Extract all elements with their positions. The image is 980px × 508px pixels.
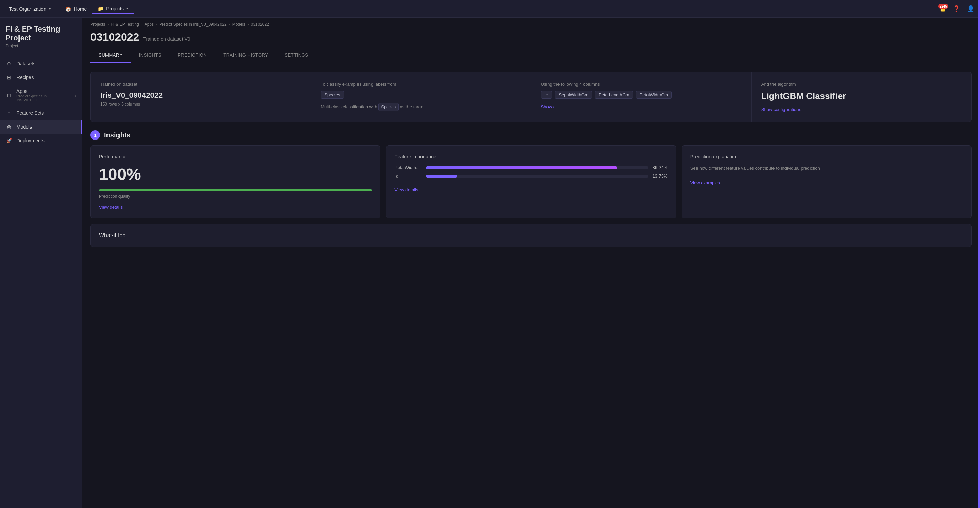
columns-label: Using the following 4 columns bbox=[541, 81, 742, 87]
sidebar: FI & EP Testing Project Project ⊙ Datase… bbox=[0, 18, 82, 508]
breadcrumb-projects[interactable]: Projects bbox=[91, 22, 105, 27]
col-tag-petalwidth: PetalWidthCm bbox=[636, 91, 672, 99]
sidebar-nav: ⊙ Datasets ⊞ Recipes ⊡ Apps Predict Spec… bbox=[0, 54, 82, 150]
tab-settings[interactable]: SETTINGS bbox=[276, 48, 317, 64]
tab-insights[interactable]: INSIGHTS bbox=[131, 48, 170, 64]
tab-prediction[interactable]: PREDICTION bbox=[170, 48, 215, 64]
performance-progress-fill bbox=[99, 189, 372, 191]
breadcrumb-sep-3: › bbox=[156, 22, 157, 27]
pred-exp-view-examples-link[interactable]: View examples bbox=[690, 180, 720, 185]
summary-card-trained-on: Trained on dataset Iris_V0_09042022 150 … bbox=[91, 72, 311, 122]
sidebar-item-models[interactable]: ◎ Models bbox=[0, 120, 82, 134]
sidebar-item-label: Deployments bbox=[16, 138, 45, 143]
summary-card-algorithm: And the algorithm LightGBM Classifier Sh… bbox=[752, 72, 971, 122]
insights-header: 1 Insights bbox=[91, 130, 972, 140]
performance-title: Performance bbox=[99, 154, 372, 160]
fi-bar-fill-id bbox=[426, 175, 457, 177]
home-icon: 🏠 bbox=[65, 6, 71, 12]
projects-nav-item[interactable]: 📁 Projects ▾ bbox=[92, 4, 134, 14]
tab-training-history[interactable]: TRAINING HISTORY bbox=[215, 48, 276, 64]
page-subtitle: Trained on dataset V0 bbox=[143, 36, 190, 42]
feature-tags: Id SepalWidthCm PetalLengthCm PetalWidth… bbox=[541, 91, 742, 99]
summary-card-classify: To classify examples using labels from S… bbox=[311, 72, 531, 122]
breadcrumb-current: 03102022 bbox=[251, 22, 269, 27]
recipes-icon: ⊞ bbox=[5, 75, 12, 80]
org-selector[interactable]: Test Organization ▾ bbox=[5, 4, 54, 14]
feature-importance-title: Feature importance bbox=[395, 154, 667, 160]
classify-description: Multi-class classification with Species … bbox=[320, 103, 521, 111]
apps-arrow-icon: › bbox=[75, 93, 76, 98]
breadcrumb-sep-4: › bbox=[229, 22, 230, 27]
trained-on-label: Trained on dataset bbox=[100, 81, 301, 87]
page-title: 03102022 bbox=[91, 31, 139, 43]
algorithm-value: LightGBM Classifier bbox=[761, 91, 962, 101]
tabs-bar: SUMMARY INSIGHTS PREDICTION TRAINING HIS… bbox=[82, 48, 980, 64]
fi-row-petalwidth: PetalWidth... 86.24% bbox=[395, 165, 667, 170]
sidebar-item-apps[interactable]: ⊡ Apps Predict Species in Iris_V0_090...… bbox=[0, 84, 82, 106]
sidebar-item-label: Models bbox=[16, 124, 32, 129]
user-button[interactable]: 👤 bbox=[967, 5, 975, 13]
sidebar-item-recipes[interactable]: ⊞ Recipes bbox=[0, 70, 82, 84]
breadcrumb-models[interactable]: Models bbox=[232, 22, 245, 27]
nav-right: 🔔 2245 ❓ 👤 bbox=[940, 5, 975, 13]
species-tag: Species bbox=[320, 91, 344, 99]
performance-progress-bar bbox=[99, 189, 372, 191]
sidebar-item-label: Datasets bbox=[16, 61, 35, 67]
show-configurations-link[interactable]: Show configurations bbox=[761, 107, 962, 112]
models-icon: ◎ bbox=[5, 124, 12, 129]
performance-value: 100% bbox=[99, 165, 372, 184]
notification-button[interactable]: 🔔 2245 bbox=[940, 6, 946, 12]
app-layout: FI & EP Testing Project Project ⊙ Datase… bbox=[0, 18, 980, 508]
show-all-columns-link[interactable]: Show all bbox=[541, 104, 742, 109]
fi-bar-container-id bbox=[426, 175, 648, 177]
sidebar-project-header: FI & EP Testing Project Project bbox=[0, 18, 82, 54]
feature-sets-icon: ≡ bbox=[5, 110, 12, 116]
sidebar-project-type: Project bbox=[5, 43, 76, 48]
breadcrumb-apps[interactable]: Apps bbox=[145, 22, 154, 27]
org-chevron-icon: ▾ bbox=[49, 7, 51, 11]
breadcrumb-fi-ep[interactable]: FI & EP Testing bbox=[111, 22, 139, 27]
help-button[interactable]: ❓ bbox=[953, 5, 960, 13]
species-inline-tag: Species bbox=[379, 103, 399, 111]
col-tag-id: Id bbox=[541, 91, 552, 99]
top-nav: Test Organization ▾ 🏠 Home 📁 Projects ▾ … bbox=[0, 0, 980, 18]
notification-badge: 2245 bbox=[938, 4, 948, 9]
prediction-quality-label: Prediction quality bbox=[99, 194, 372, 199]
pred-exp-description: See how different feature values contrib… bbox=[690, 165, 963, 172]
breadcrumb-predict[interactable]: Predict Species in Iris_V0_09042022 bbox=[159, 22, 227, 27]
fi-bar-fill-petalwidth bbox=[426, 166, 617, 169]
sidebar-item-deployments[interactable]: 🚀 Deployments bbox=[0, 134, 82, 147]
insights-section: 1 Insights Performance 100% Prediction q… bbox=[91, 130, 972, 218]
home-nav-item[interactable]: 🏠 Home bbox=[60, 4, 92, 14]
performance-view-details-link[interactable]: View details bbox=[99, 204, 123, 210]
fi-percent-petalwidth: 86.24% bbox=[652, 165, 668, 170]
apps-sublabel: Predict Species in Iris_V0_090... bbox=[16, 94, 70, 102]
sidebar-item-datasets[interactable]: ⊙ Datasets bbox=[0, 57, 82, 70]
sidebar-item-feature-sets[interactable]: ≡ Feature Sets bbox=[0, 106, 82, 120]
projects-chevron-icon: ▾ bbox=[126, 6, 128, 10]
trained-on-value: Iris_V0_09042022 bbox=[100, 91, 301, 100]
fi-view-details-link[interactable]: View details bbox=[395, 187, 418, 192]
trained-on-sub: 150 rows x 6 columns bbox=[100, 102, 301, 107]
algorithm-label: And the algorithm bbox=[761, 81, 962, 87]
insights-title: Insights bbox=[104, 131, 130, 139]
insight-card-prediction-explanation: Prediction explanation See how different… bbox=[682, 145, 972, 218]
apps-label: Apps bbox=[16, 88, 70, 94]
deployments-icon: 🚀 bbox=[5, 138, 12, 143]
sidebar-item-label: Recipes bbox=[16, 75, 34, 80]
summary-row: Trained on dataset Iris_V0_09042022 150 … bbox=[91, 72, 972, 122]
col-tag-sepalwidth: SepalWidthCm bbox=[555, 91, 592, 99]
projects-icon: 📁 bbox=[98, 6, 103, 11]
fi-label-petalwidth: PetalWidth... bbox=[395, 165, 422, 170]
insight-card-performance: Performance 100% Prediction quality View… bbox=[91, 145, 380, 218]
breadcrumb: Projects › FI & EP Testing › Apps › Pred… bbox=[82, 18, 980, 29]
sidebar-item-label: Feature Sets bbox=[16, 110, 44, 116]
breadcrumb-sep-2: › bbox=[141, 22, 142, 27]
tab-summary[interactable]: SUMMARY bbox=[91, 48, 131, 64]
fi-row-id: Id 13.73% bbox=[395, 173, 667, 179]
main-content: Projects › FI & EP Testing › Apps › Pred… bbox=[82, 18, 980, 508]
insight-card-feature-importance: Feature importance PetalWidth... 86.24% … bbox=[386, 145, 676, 218]
page-header: 03102022 Trained on dataset V0 bbox=[82, 29, 980, 43]
breadcrumb-sep-1: › bbox=[107, 22, 108, 27]
datasets-icon: ⊙ bbox=[5, 61, 12, 67]
